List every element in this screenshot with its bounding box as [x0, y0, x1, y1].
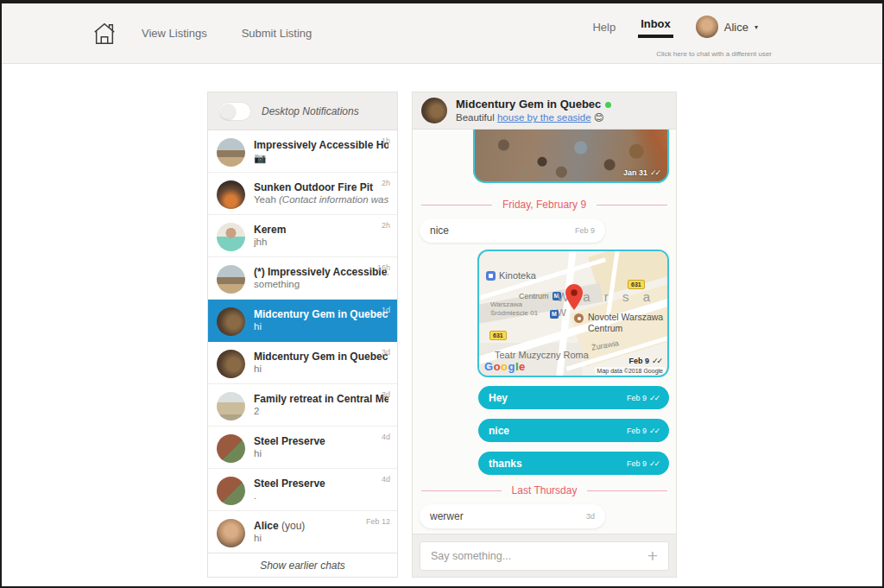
message-timestamp: Feb 9✓✓ — [628, 357, 661, 365]
road-badge: 631 — [628, 280, 645, 289]
chat-item-avatar — [217, 223, 245, 251]
chat-panel: Midcentury Gem in Quebec Beautiful house… — [412, 92, 677, 578]
chat-list-item[interactable]: Kerem jhh 2h — [208, 215, 397, 257]
message-input-wrap: + — [420, 541, 669, 571]
map-label-teatr: Teatr Muzyczny Roma — [495, 350, 589, 360]
chat-item-timestamp: 3d — [382, 348, 390, 357]
chat-item-preview: 📷 — [254, 152, 388, 164]
date-divider: Friday, February 9 — [421, 199, 667, 211]
chat-list-item[interactable]: Steel Preserve . 4d — [208, 469, 397, 511]
received-message: werwer 3d — [420, 504, 605, 528]
chat-item-title: Steel Preserve — [254, 435, 388, 447]
date-divider: Last Thursday — [421, 484, 667, 496]
chat-item-title: Midcentury Gem in Quebec — [254, 308, 388, 320]
plus-attachment-icon[interactable]: + — [647, 547, 658, 565]
sent-message: Hey Feb 9✓✓ — [478, 386, 669, 409]
message-text: Hey — [489, 392, 508, 404]
chat-header: Midcentury Gem in Quebec Beautiful house… — [413, 92, 676, 130]
chat-item-timestamp: 16h — [377, 263, 390, 272]
chat-item-title: Sunken Outdoor Fire Pit — [254, 181, 388, 193]
chat-subtitle: Beautiful house by the seaside 😊 — [456, 111, 611, 123]
online-status-dot — [605, 102, 611, 108]
message-timestamp: Feb 9✓✓ — [627, 427, 659, 435]
switch-user-hint[interactable]: Click here to chat with a different user — [656, 50, 772, 58]
chat-item-avatar — [217, 350, 245, 378]
nav-inbox-active[interactable]: Inbox — [638, 16, 673, 38]
metro-icon: M — [550, 310, 559, 319]
top-nav: View Listings Submit Listing Help Inbox … — [2, 3, 882, 64]
received-message: nice Feb 9 — [420, 218, 605, 243]
chat-item-timestamp: 1d — [382, 306, 390, 314]
nav-view-listings[interactable]: View Listings — [142, 27, 207, 40]
chat-item-preview: hi — [254, 364, 388, 374]
chat-item-preview: Yeah (Contact information was h… — [254, 194, 388, 205]
read-receipt-icon: ✓✓ — [649, 459, 659, 468]
chat-list-item[interactable]: Sunken Outdoor Fire Pit Yeah (Contact in… — [208, 173, 397, 215]
chat-avatar — [421, 98, 447, 123]
nav-help[interactable]: Help — [592, 21, 616, 34]
message-timestamp: Feb 9✓✓ — [627, 459, 659, 468]
chat-title: Midcentury Gem in Quebec — [456, 98, 611, 112]
map-canvas: Kinoteka CentrumM W a r s a w WarszawaŚr… — [479, 251, 667, 376]
composer-bar: + — [413, 534, 676, 577]
chat-list-item[interactable]: Midcentury Gem in Quebec hi 1d — [208, 300, 397, 342]
chat-item-title: (*) Impressively Accessible… — [254, 266, 388, 278]
chat-item-title: Family retreat in Central Me… — [254, 393, 388, 405]
nav-submit-listing[interactable]: Submit Listing — [242, 27, 313, 40]
user-name: Alice — [724, 21, 748, 34]
read-receipt-icon: ✓✓ — [650, 168, 660, 177]
chat-item-avatar — [217, 307, 245, 336]
message-text: nice — [489, 425, 509, 437]
message-list[interactable]: Jan 31✓✓ Friday, February 9 nice Feb 9 K… — [413, 130, 676, 534]
chat-item-preview: 2 — [254, 406, 388, 416]
road-badge: 631 — [489, 331, 507, 340]
chat-list-item[interactable]: Alice (you) hi Feb 12 — [208, 511, 397, 553]
chat-list-item[interactable]: (*) Impressively Accessible… something 1… — [208, 257, 397, 300]
conversation-sidebar: Desktop Notifications Impressively Acces… — [207, 92, 398, 578]
chat-item-avatar — [217, 519, 245, 547]
message-timestamp: 3d — [586, 512, 595, 521]
home-icon[interactable] — [92, 22, 117, 46]
chat-list[interactable]: Impressively Accessible Ho… 📷 1h Sunken … — [208, 130, 397, 553]
read-receipt-icon: ✓✓ — [649, 394, 659, 402]
hotel-icon — [574, 313, 584, 323]
desktop-notifications-toggle[interactable] — [218, 102, 251, 121]
map-label-station: WarszawaŚródmieście 01 — [490, 300, 538, 318]
chat-list-item[interactable]: Midcentury Gem in Quebec hi 3d — [208, 342, 397, 384]
message-input[interactable] — [431, 550, 647, 562]
chat-item-preview: . — [254, 490, 388, 501]
read-receipt-icon: ✓✓ — [652, 357, 661, 365]
map-label-centrum: CentrumM — [519, 292, 561, 300]
chat-item-avatar — [217, 434, 245, 463]
chat-item-avatar — [217, 477, 245, 505]
chat-list-item[interactable]: Family retreat in Central Me… 2 3d — [208, 384, 397, 427]
chat-list-item[interactable]: Impressively Accessible Ho… 📷 1h — [208, 130, 397, 173]
chat-item-title: Kerem — [254, 224, 388, 236]
app-window: View Listings Submit Listing Help Inbox … — [0, 0, 884, 588]
message-timestamp: Jan 31✓✓ — [623, 168, 660, 177]
show-earlier-chats[interactable]: Show earlier chats — [208, 553, 397, 577]
image-message[interactable]: Jan 31✓✓ — [473, 130, 669, 183]
map-pin-icon — [565, 284, 583, 310]
map-label-kinoteka: Kinoteka — [486, 270, 536, 281]
chat-item-timestamp: 2h — [382, 221, 390, 230]
user-menu[interactable]: Alice ▾ — [696, 16, 758, 38]
desktop-notifications-label: Desktop Notifications — [262, 105, 359, 117]
chat-item-title: Impressively Accessible Ho… — [254, 139, 388, 151]
map-message[interactable]: Kinoteka CentrumM W a r s a w WarszawaŚr… — [477, 250, 669, 377]
chat-item-timestamp: 2h — [382, 179, 390, 187]
google-logo: Google — [484, 360, 526, 373]
user-avatar — [696, 16, 718, 38]
chat-item-preview: hi — [254, 448, 388, 458]
chat-item-timestamp: Feb 12 — [366, 517, 390, 526]
chat-item-avatar — [217, 265, 245, 294]
chat-item-timestamp: 4d — [382, 475, 390, 484]
listing-link[interactable]: house by the seaside — [497, 112, 591, 123]
chat-item-title: Midcentury Gem in Quebec — [254, 351, 388, 363]
chat-item-preview: hi — [254, 533, 388, 543]
smiley-emoji: 😊 — [594, 112, 604, 123]
toggle-knob — [220, 104, 236, 119]
chat-list-item[interactable]: Steel Preserve hi 4d — [208, 427, 397, 469]
inbox-content: Desktop Notifications Impressively Acces… — [2, 92, 882, 578]
chat-item-timestamp: 1h — [382, 136, 390, 145]
